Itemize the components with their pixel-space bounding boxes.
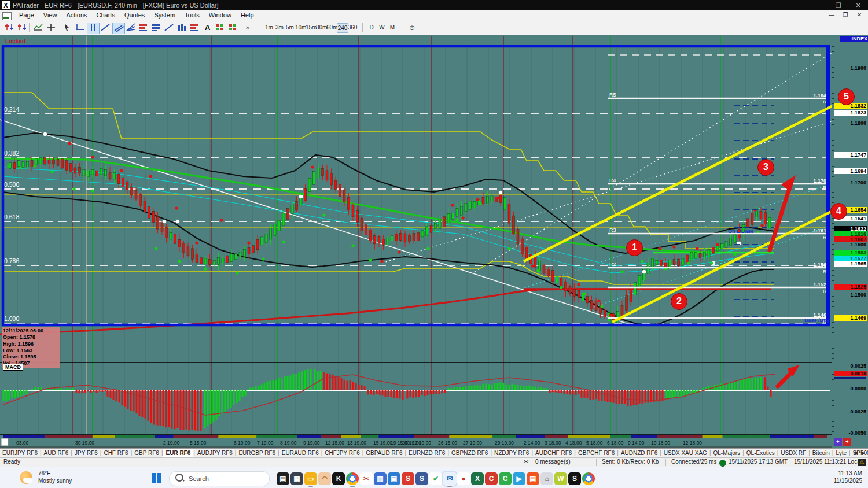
tab-nzdjpy-rf6[interactable]: NZDJPY RF6 <box>492 449 531 457</box>
more-tools-icon[interactable]: » <box>243 23 255 33</box>
hline-tool-icon[interactable] <box>74 23 86 33</box>
bank-app-icon[interactable]: ⌂ <box>540 472 553 485</box>
tab-gbpchf-rf6[interactable]: GBPCHF RF6 <box>576 449 617 457</box>
tab-audnzd-rf6[interactable]: AUDNZD RF6 <box>619 449 660 457</box>
chrome2-icon[interactable] <box>582 472 595 485</box>
tab-chf-rf6[interactable]: CHF RF6 <box>101 449 130 457</box>
text-tool-icon[interactable]: A <box>201 23 213 33</box>
tab-lyte[interactable]: Lyte <box>833 449 849 457</box>
tab-ql-majors[interactable]: QL-Majors <box>711 449 743 457</box>
windows-start-button[interactable] <box>152 473 161 483</box>
s-blue-icon[interactable]: S <box>415 472 428 485</box>
crosshair-icon[interactable] <box>45 23 57 33</box>
trendline-tool-icon[interactable] <box>100 23 111 33</box>
menu-charts[interactable]: Charts <box>92 10 120 20</box>
vline-tool-icon[interactable] <box>87 23 100 34</box>
grid-tool-icon[interactable] <box>214 23 226 33</box>
tab-eur-rf6[interactable]: EUR RF6 <box>163 449 193 457</box>
order-down-icon[interactable] <box>16 23 28 33</box>
calculator-icon[interactable]: ▦ <box>290 472 303 485</box>
tab-gbp-rf6[interactable]: GBP RF6 <box>132 449 161 457</box>
menu-tools[interactable]: Tools <box>180 10 204 20</box>
tab-gbpnzd-rf6[interactable]: GBPNZD RF6 <box>449 449 490 457</box>
menu-quotes[interactable]: Quotes <box>120 10 149 20</box>
timeframe-10m[interactable]: 10m <box>295 23 306 32</box>
menu-view[interactable]: View <box>39 10 62 20</box>
w-circle-icon[interactable]: W <box>554 472 567 485</box>
search-input[interactable]: Search <box>169 471 270 486</box>
timeframe-60m[interactable]: 60m <box>326 23 337 32</box>
zoom-out-button[interactable]: + <box>843 438 851 446</box>
file-explorer-icon[interactable]: ▭ <box>304 472 317 485</box>
clock-tool-icon[interactable]: ◷ <box>407 23 417 32</box>
minimize-button[interactable]: — <box>809 0 826 10</box>
tab-ql-exotics[interactable]: QL-Exotics <box>744 449 777 457</box>
menu-system[interactable]: System <box>149 10 180 20</box>
chart-icon[interactable] <box>32 23 44 33</box>
menu-page[interactable]: Page <box>14 10 39 20</box>
grid2-tool-icon[interactable] <box>227 23 238 33</box>
menu-window[interactable]: Window <box>204 10 236 20</box>
period-D[interactable]: D <box>367 23 376 32</box>
period-M[interactable]: M <box>388 23 397 32</box>
wave-tool-icon[interactable] <box>163 23 175 33</box>
period-W[interactable]: W <box>377 23 387 32</box>
tab-aud-rf6[interactable]: AUD RF6 <box>42 449 71 457</box>
maximize-button[interactable]: ❐ <box>830 0 847 10</box>
timeframe-3m[interactable]: 3m <box>274 23 285 32</box>
close-button[interactable]: ✕ <box>849 0 867 10</box>
bars-tool-icon[interactable] <box>189 23 200 33</box>
k-app-icon[interactable]: K <box>332 472 345 485</box>
channel-tool-icon[interactable] <box>112 23 125 34</box>
mdi-restore-button[interactable]: ❐ <box>839 12 852 18</box>
pitchfork-tool-icon[interactable] <box>150 23 162 33</box>
columns-tool-icon[interactable] <box>176 23 187 33</box>
mdi-close-button[interactable]: ✕ <box>853 12 866 18</box>
fan-tool-icon[interactable] <box>125 23 137 33</box>
timeframe-1m[interactable]: 1m <box>264 23 274 32</box>
zoom-in-button[interactable]: + <box>834 438 842 446</box>
menu-help[interactable]: Help <box>236 10 259 20</box>
timeframe-240[interactable]: 240 <box>337 23 348 33</box>
orange-app-icon[interactable]: ▤ <box>527 472 539 485</box>
cut-icon[interactable]: ✂ <box>360 472 373 485</box>
tab-audchf-rf6[interactable]: AUDCHF RF6 <box>533 449 574 457</box>
notepad-icon[interactable]: ▤ <box>277 472 289 485</box>
excel-icon[interactable]: X <box>471 472 484 485</box>
check-icon[interactable]: ✔ <box>429 472 442 485</box>
taskbar-clock[interactable]: 11:13 AM 11/15/2025 <box>834 469 862 485</box>
tabs-scroll-right[interactable]: ▶ <box>861 450 865 456</box>
tab-eurgbp-rf6[interactable]: EURGBP RF6 <box>236 449 278 457</box>
cursor-icon[interactable] <box>61 23 73 33</box>
tab-usdx-rf[interactable]: USDX RF <box>778 449 808 457</box>
tab-bitcoin[interactable]: Bitcoin <box>810 449 832 457</box>
chart-canvas[interactable]: 0.2140.3820.5000.6180.7861.000R51.184RR4… <box>0 35 868 448</box>
s-red-icon[interactable]: S <box>402 472 414 485</box>
tab-jpy-rf6[interactable]: JPY RF6 <box>72 449 100 457</box>
timeframe-30m[interactable]: 30m <box>316 23 326 32</box>
mdi-minimize-button[interactable]: — <box>825 12 838 18</box>
menu-actions[interactable]: Actions <box>61 10 91 20</box>
red-swirl-icon[interactable]: ● <box>457 472 470 485</box>
tab-euraud-rf6[interactable]: EURAUD RF6 <box>279 449 321 457</box>
tabs-scroll-left[interactable]: ◀ <box>854 450 858 456</box>
tab-chfjpy-rf6[interactable]: CHFJPY RF6 <box>322 449 362 457</box>
smr-icon[interactable]: S <box>568 472 581 485</box>
tab-gbpaud-rf6[interactable]: GBPAUD RF6 <box>363 449 404 457</box>
tab-usdx-xau-xag[interactable]: USDX XAU XAG <box>661 449 709 457</box>
weather-widget[interactable]: 76°F Mostly sunny <box>5 469 72 485</box>
tab-audjpy-rf6[interactable]: AUDJPY RF6 <box>195 449 235 457</box>
telegram-icon[interactable]: ▶ <box>513 472 525 485</box>
order-up-icon[interactable] <box>3 23 15 33</box>
c-red-icon[interactable]: C <box>485 472 498 485</box>
fib-tool-icon[interactable] <box>138 23 149 33</box>
timeframe-5m[interactable]: 5m <box>285 23 295 32</box>
teal-app-icon[interactable]: ▣ <box>388 472 400 485</box>
mail-app-icon[interactable]: ✉ <box>443 472 456 485</box>
tab-eurnzd-rf6[interactable]: EURNZD RF6 <box>406 449 447 457</box>
c-green-icon[interactable]: C <box>499 472 512 485</box>
timeframe-360[interactable]: 360 <box>347 23 358 32</box>
timeframe-15m[interactable]: 15m <box>306 23 316 32</box>
tab-eurjpy-rf6[interactable]: EURJPY RF6 <box>0 449 40 457</box>
chrome-icon[interactable] <box>346 472 359 485</box>
